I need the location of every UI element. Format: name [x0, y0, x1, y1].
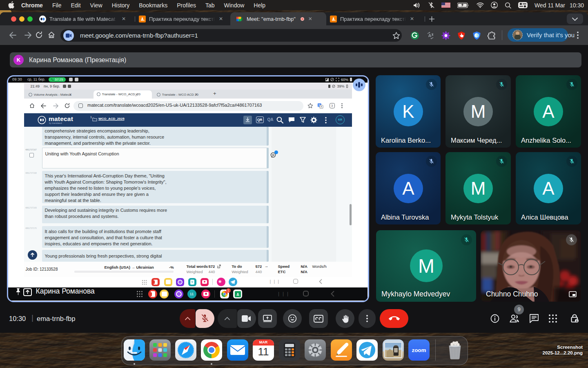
svg-text:A: A [321, 105, 322, 108]
